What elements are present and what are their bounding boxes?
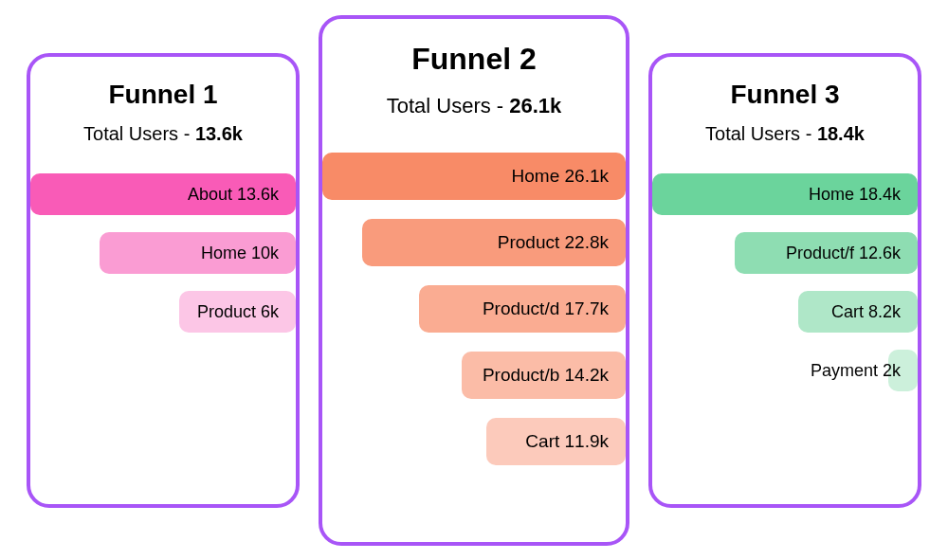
funnel-bar-label: Product 6k — [197, 301, 279, 321]
funnel-bar: Product/f 12.6k — [652, 232, 918, 274]
funnel-bar-label: Payment 2k — [811, 360, 901, 380]
funnel-bars: Home 18.4k Product/f 12.6k Cart 8.2k Pay… — [652, 173, 918, 391]
funnel-title: Funnel 3 — [730, 80, 839, 110]
funnel-total-value: 18.4k — [817, 123, 865, 144]
funnel-card-1: Funnel 1 Total Users - 13.6k About 13.6k… — [27, 53, 300, 508]
funnel-bar-label: Home 26.1k — [512, 166, 609, 187]
funnel-bar: Cart 11.9k — [322, 418, 626, 465]
funnel-total-label: Total Users - — [387, 94, 510, 117]
funnel-bars: Home 26.1k Product 22.8k Product/d 17.7k… — [322, 153, 626, 465]
funnel-bar-label: Cart 11.9k — [525, 431, 609, 452]
funnel-bar: Home 26.1k — [322, 153, 626, 200]
funnel-bar-label: Home 10k — [201, 243, 279, 262]
funnel-bar-label: About 13.6k — [188, 184, 279, 204]
funnel-bar: Product 6k — [30, 291, 296, 333]
funnel-total-label: Total Users - — [705, 123, 817, 144]
funnel-bar-label: Product/d 17.7k — [483, 298, 609, 319]
funnel-bar-label: Product 22.8k — [498, 232, 609, 253]
funnel-card-2: Funnel 2 Total Users - 26.1k Home 26.1k … — [319, 15, 629, 546]
funnel-bar-label: Home 18.4k — [809, 184, 901, 204]
funnel-bar: Home 18.4k — [652, 173, 918, 215]
funnel-bar: Home 10k — [30, 232, 296, 274]
funnel-bar: Payment 2k — [652, 350, 918, 391]
funnel-bar: Product/b 14.2k — [322, 352, 626, 399]
funnel-total-value: 13.6k — [195, 123, 243, 144]
funnel-total-label: Total Users - — [83, 123, 195, 144]
funnel-bar: Product 22.8k — [322, 219, 626, 266]
funnel-bar-label: Product/b 14.2k — [483, 365, 609, 386]
funnel-bar: Product/d 17.7k — [322, 285, 626, 333]
funnel-title: Funnel 2 — [411, 42, 537, 77]
funnel-bar: About 13.6k — [30, 173, 296, 215]
funnel-bar: Cart 8.2k — [652, 291, 918, 333]
funnel-card-3: Funnel 3 Total Users - 18.4k Home 18.4k … — [648, 53, 921, 508]
funnel-total: Total Users - 18.4k — [705, 123, 865, 145]
funnel-title: Funnel 1 — [108, 80, 217, 110]
funnel-bars: About 13.6k Home 10k Product 6k — [30, 173, 296, 333]
funnel-total-value: 26.1k — [509, 94, 561, 117]
funnel-bar-label: Cart 8.2k — [831, 301, 901, 321]
funnel-total: Total Users - 13.6k — [83, 123, 243, 145]
funnel-total: Total Users - 26.1k — [387, 94, 562, 118]
funnel-bar-label: Product/f 12.6k — [786, 243, 901, 262]
